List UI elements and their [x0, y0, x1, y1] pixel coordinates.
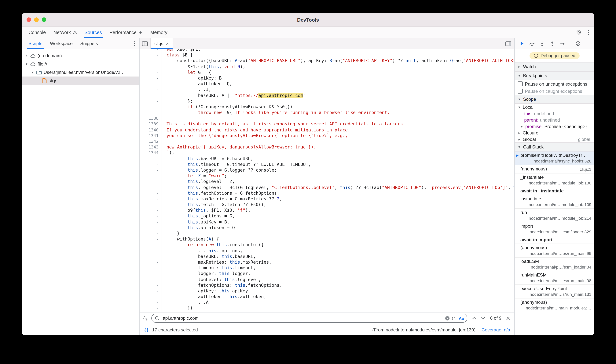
callstack-frame-anonymous[interactable]: (anonymous)node:internal/m…main_module:2…: [515, 299, 594, 312]
clear-search-icon[interactable]: [445, 316, 450, 321]
replace-toggle-icon[interactable]: AB: [143, 315, 148, 321]
scope-group-local[interactable]: ▾Local: [515, 104, 594, 110]
tab-performance[interactable]: Performance: [106, 27, 146, 38]
line-gutter: -: [140, 196, 162, 202]
checkbox-icon[interactable]: [518, 81, 523, 86]
code-token: =ao(: [453, 58, 463, 64]
match-case-toggle-button[interactable]: Aa: [459, 316, 464, 320]
code-line: - this._options = G,: [140, 213, 514, 219]
code-token: [214, 242, 216, 247]
scope-variable-promise[interactable]: ▸promise:Promise {<pending>}: [515, 123, 594, 130]
navigator-tab-workspace[interactable]: Workspace: [46, 38, 76, 49]
callstack-frame-executeuserentrypoint[interactable]: executeUserEntryPointnode:internal/m…s/r…: [515, 285, 594, 299]
code-token: this: [227, 294, 238, 299]
line-gutter: -: [140, 162, 162, 168]
breakpoint-label: Pause on caught exceptions: [525, 89, 582, 94]
callstack-frame-run[interactable]: runnode:internal/m…module_job:214: [515, 209, 594, 222]
resume-script-button[interactable]: [518, 40, 525, 47]
minimize-window-button[interactable]: [34, 17, 39, 22]
callstack-frame-anonymous[interactable]: (anonymous)cli.js:1: [515, 165, 594, 173]
tree-item-users-jinhuilee-nvm-versions-node-v2[interactable]: ▾Users/jinhuilee/.nvm/versions/node/v2…: [22, 68, 139, 77]
code-line: - this.logger = G.logger ?? console;: [140, 168, 514, 173]
navigator-tab-snippets[interactable]: Snippets: [76, 38, 102, 49]
coverage-link[interactable]: Coverage: n/a: [482, 327, 510, 332]
code-line: - this.apiKey = B,: [140, 219, 514, 225]
settings-gear-icon[interactable]: [576, 29, 581, 35]
step-over-button[interactable]: [528, 40, 535, 47]
scope-section-header[interactable]: ▾ Scope: [515, 95, 594, 104]
tab-console[interactable]: Console: [25, 27, 50, 38]
toggle-navigator-icon[interactable]: [140, 38, 150, 49]
code-line: - constructor({baseURL: A=ao("ANTHROPIC_…: [140, 58, 514, 64]
tab-network[interactable]: Network: [50, 27, 81, 38]
panel-right-icon[interactable]: [505, 38, 514, 49]
editor-tab-cli-js[interactable]: cli.js ×: [150, 38, 173, 49]
zoom-window-button[interactable]: [42, 17, 46, 22]
next-match-icon[interactable]: [481, 317, 486, 320]
callstack-frame-loadesm[interactable]: loadESMnode:internal/p…/esm_loader:34: [515, 258, 594, 271]
callstack-frame-runmainesm[interactable]: runMainESMnode:internal/m…es/run_main:98: [515, 271, 594, 285]
checkbox-icon[interactable]: [518, 89, 523, 93]
scope-variable-parent[interactable]: parent:undefined: [515, 117, 594, 123]
callstack-frame-instantiate[interactable]: _instantiatenode:internal/m…module_job:1…: [515, 173, 594, 187]
code-token: .logLevel = Hc1(G.logLevel,: [198, 185, 272, 190]
close-search-icon[interactable]: [506, 316, 510, 320]
tab-memory[interactable]: Memory: [146, 27, 171, 38]
regex-toggle-button[interactable]: (.*): [452, 316, 457, 320]
breakpoint-option-pause-on-uncaught-exceptions[interactable]: Pause on uncaught exceptions: [515, 80, 594, 88]
navigator-tab-scripts[interactable]: Scripts: [25, 38, 46, 49]
frame-function-name: loadESM: [520, 259, 591, 264]
close-window-button[interactable]: [27, 17, 31, 22]
code-token: 2: [277, 196, 280, 202]
scope-group-closure[interactable]: ▸Closure: [515, 130, 594, 136]
traffic-lights: [27, 13, 46, 26]
search-input[interactable]: [162, 315, 442, 321]
code-text: logLevel: this.logLevel,: [162, 277, 261, 282]
callstack-frame-promiseinithookwithdestroytr[interactable]: ▶promiseInitHookWithDestroyTr…node:inter…: [515, 152, 594, 165]
scope-group-global[interactable]: ▸Globalglobal: [515, 136, 594, 143]
code-token: , authToken:: [416, 58, 450, 64]
pretty-print-icon[interactable]: {}: [144, 327, 149, 332]
close-tab-icon[interactable]: ×: [166, 41, 169, 46]
step-out-button[interactable]: [549, 40, 556, 47]
tree-item-cli-js[interactable]: cli.js: [22, 77, 139, 85]
code-token: [167, 179, 188, 184]
code-text: authToken: Q,: [162, 81, 232, 87]
code-line: - let Z = "warn";: [140, 173, 514, 179]
code-line: - this.fetchOptions = G.fetchOptions,: [140, 190, 514, 196]
frame-location: node:internal/m…es/run_main:98: [520, 278, 591, 283]
devtools-body: ScriptsWorkspaceSnippets ▸(no domain)▾fi…: [22, 38, 594, 335]
watch-section-header[interactable]: ▸ Watch: [515, 62, 594, 71]
step-into-button[interactable]: [539, 40, 546, 47]
code-text: this.logLevel = Hc1(G.logLevel, "ClientO…: [162, 185, 514, 190]
step-button[interactable]: [559, 40, 566, 47]
code-token: Xs0, $F1,: [174, 49, 201, 52]
deactivate-breakpoints-button[interactable]: [575, 40, 581, 47]
callstack-frame-instantiate[interactable]: instantiatenode:internal/m…module_job:10…: [515, 195, 594, 209]
devtools-main-toolbar: ConsoleNetworkSourcesPerformanceMemory: [22, 27, 594, 38]
code-editor[interactable]: -var Xs0, $F1,-class $B {- constructor({…: [140, 49, 514, 312]
previous-match-icon[interactable]: [472, 317, 476, 320]
source-origin-link[interactable]: node:internal/modules/esm/module_job:130: [386, 327, 474, 332]
tree-item-file[interactable]: ▾file://: [22, 60, 139, 68]
more-options-kebab-icon[interactable]: [588, 29, 589, 35]
callstack-frame-import[interactable]: importnode:internal/m…esm/loader:329: [515, 222, 594, 236]
code-token: ._options = G,: [198, 213, 235, 219]
tree-item-no-domain[interactable]: ▸(no domain): [22, 52, 139, 60]
info-icon: [534, 53, 538, 58]
callstack-frame-anonymous[interactable]: (anonymous)node:internal/m…es/run_main:9…: [515, 244, 594, 258]
breakpoint-option-pause-on-caught-exceptions[interactable]: Pause on caught exceptions: [515, 88, 594, 95]
from-suffix: ): [474, 327, 476, 332]
navigator-more-kebab-icon[interactable]: [134, 38, 139, 49]
code-token: [167, 190, 188, 196]
callstack-section-header[interactable]: ▾ Call Stack: [515, 143, 594, 152]
debugger-sidebar: Debugger paused ▸ Watch ▾ Breakpoints Pa…: [514, 38, 594, 335]
code-token: new: [206, 242, 214, 247]
tab-sources[interactable]: Sources: [81, 27, 106, 38]
breakpoints-section-header[interactable]: ▾ Breakpoints: [515, 71, 594, 80]
code-token: null: [406, 58, 416, 64]
scope-variable-this[interactable]: this:undefined: [515, 110, 594, 117]
devtools-window: DevTools ConsoleNetworkSourcesPerformanc…: [22, 13, 594, 335]
code-token: .fetchOptions = G.fetchOptions,: [198, 190, 279, 196]
code-token: authToken: Q,: [167, 81, 232, 86]
